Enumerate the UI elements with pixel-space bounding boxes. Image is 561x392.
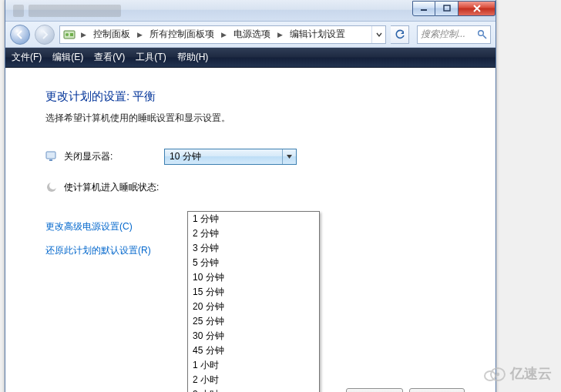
navbar: ▶ 控制面板 ▶ 所有控制面板项 ▶ 电源选项 ▶ 编辑计划设置 搜索控制... [5, 22, 495, 48]
restore-defaults-link[interactable]: 还原此计划的默认设置(R) [45, 245, 151, 256]
close-button[interactable] [459, 1, 495, 16]
chevron-down-icon [282, 149, 296, 164]
chevron-right-icon: ▶ [275, 31, 285, 39]
svg-rect-4 [70, 33, 73, 36]
combo-value: 10 分钟 [170, 150, 201, 163]
cancel-button[interactable]: 取消 [409, 388, 465, 392]
minimize-button[interactable] [412, 1, 435, 16]
explorer-window: ▶ 控制面板 ▶ 所有控制面板项 ▶ 电源选项 ▶ 编辑计划设置 搜索控制...… [5, 0, 496, 392]
dropdown-option[interactable]: 45 分钟 [188, 343, 319, 358]
setting-display-off: 关闭显示器: 10 分钟 [45, 143, 465, 169]
menu-edit[interactable]: 编辑(E) [52, 51, 83, 64]
dropdown-option[interactable]: 1 小时 [188, 358, 319, 373]
dropdown-option[interactable]: 30 分钟 [188, 329, 319, 343]
breadcrumb-item[interactable]: 编辑计划设置 [288, 28, 347, 41]
svg-point-10 [49, 182, 57, 189]
chevron-right-icon: ▶ [219, 31, 229, 39]
setting-sleep: 使计算机进入睡眠状态: [45, 174, 465, 200]
dropdown-option[interactable]: 20 分钟 [188, 300, 319, 314]
breadcrumb-item[interactable]: 所有控制面板项 [148, 28, 216, 41]
maximize-button[interactable] [435, 1, 459, 16]
address-dropdown-button[interactable] [371, 26, 385, 43]
titlebar [5, 0, 495, 22]
dropdown-option[interactable]: 10 分钟 [188, 270, 319, 285]
dropdown-option[interactable]: 3 小时 [188, 387, 319, 392]
save-button[interactable]: 保存修改 [346, 388, 403, 392]
menu-view[interactable]: 查看(V) [94, 51, 125, 64]
dropdown-option[interactable]: 15 分钟 [188, 285, 319, 300]
chevron-right-icon: ▶ [79, 31, 89, 39]
dropdown-option[interactable]: 2 分钟 [188, 226, 319, 241]
dropdown-option[interactable]: 1 分钟 [188, 212, 319, 226]
display-off-dropdown[interactable]: 1 分钟2 分钟3 分钟5 分钟10 分钟15 分钟20 分钟25 分钟30 分… [187, 211, 320, 392]
moon-icon [45, 181, 58, 193]
menu-file[interactable]: 文件(F) [12, 51, 42, 64]
breadcrumb-item[interactable]: 控制面板 [92, 28, 132, 41]
svg-rect-7 [46, 152, 55, 159]
dropdown-option[interactable]: 3 分钟 [188, 241, 319, 256]
client-area: 更改计划的设置: 平衡 选择希望计算机使用的睡眠设置和显示设置。 关闭显示器: … [5, 68, 495, 392]
svg-rect-1 [444, 5, 450, 11]
svg-rect-8 [49, 159, 52, 161]
dropdown-option[interactable]: 5 分钟 [188, 256, 319, 270]
svg-point-13 [496, 373, 500, 377]
menubar: 文件(F) 编辑(E) 查看(V) 工具(T) 帮助(H) [5, 48, 495, 68]
search-icon [477, 29, 487, 39]
breadcrumb-item[interactable]: 电源选项 [232, 28, 272, 41]
chevron-down-icon [376, 32, 382, 38]
address-bar[interactable]: ▶ 控制面板 ▶ 所有控制面板项 ▶ 电源选项 ▶ 编辑计划设置 [59, 25, 386, 44]
setting-label: 使计算机进入睡眠状态: [64, 181, 164, 194]
refresh-button[interactable] [391, 25, 409, 44]
display-off-combo[interactable]: 10 分钟 [164, 149, 297, 165]
window-buttons [412, 0, 495, 21]
cloud-icon [482, 366, 506, 381]
menu-help[interactable]: 帮助(H) [177, 51, 209, 64]
control-panel-icon [63, 28, 76, 41]
search-placeholder: 搜索控制... [421, 28, 477, 41]
refresh-icon [395, 29, 405, 40]
watermark: 亿速云 [482, 364, 552, 383]
dropdown-option[interactable]: 25 分钟 [188, 314, 319, 329]
svg-line-6 [483, 35, 486, 39]
svg-point-5 [479, 31, 484, 36]
monitor-icon [45, 150, 58, 162]
page-heading: 更改计划的设置: 平衡 [45, 89, 465, 104]
back-button[interactable] [10, 25, 30, 45]
setting-label: 关闭显示器: [64, 150, 164, 163]
forward-button[interactable] [35, 25, 55, 45]
watermark-text: 亿速云 [510, 364, 552, 383]
search-input[interactable]: 搜索控制... [417, 25, 491, 44]
chevron-right-icon: ▶ [135, 31, 145, 39]
svg-point-3 [66, 33, 69, 36]
menu-tools[interactable]: 工具(T) [136, 51, 166, 64]
page-subtext: 选择希望计算机使用的睡眠设置和显示设置。 [45, 112, 465, 125]
titlebar-blur [5, 0, 412, 21]
dropdown-option[interactable]: 2 小时 [188, 373, 319, 387]
advanced-settings-link[interactable]: 更改高级电源设置(C) [45, 221, 133, 232]
